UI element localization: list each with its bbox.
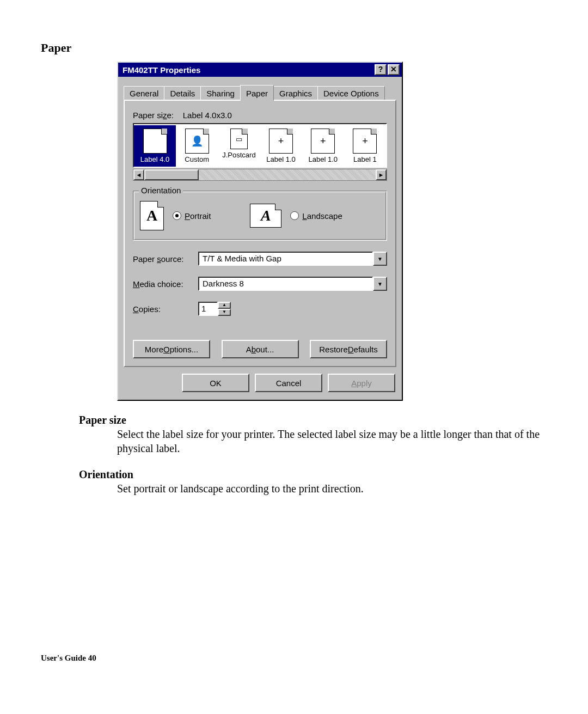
page-icon: +	[143, 129, 167, 154]
tab-graphics[interactable]: Graphics	[273, 86, 318, 100]
thumb-label-4-0[interactable]: + Label 4.0	[134, 125, 176, 167]
tab-paper[interactable]: Paper	[240, 85, 274, 101]
chevron-down-icon[interactable]: ▼	[373, 252, 387, 266]
media-choice-value: Darkness 8	[198, 277, 373, 291]
thumb-label-1-0-a[interactable]: + Label 1.0	[260, 125, 302, 167]
doc-paper-size-text: Select the label size for your printer. …	[117, 427, 547, 455]
tab-device-options[interactable]: Device Options	[317, 86, 385, 100]
picker-scrollbar[interactable]: ◄ ►	[133, 169, 387, 181]
radio-empty-icon	[290, 211, 299, 220]
cancel-button[interactable]: Cancel	[255, 374, 322, 392]
about-button[interactable]: About...	[222, 340, 299, 358]
tab-details[interactable]: Details	[164, 86, 201, 100]
copies-value[interactable]: 1	[198, 302, 218, 316]
properties-dialog: FM402TT Properties ? ✕ General Details S…	[117, 62, 403, 401]
scroll-left-icon[interactable]: ◄	[133, 169, 144, 180]
thumb-jpostcard[interactable]: ▭ J.Postcard	[218, 125, 260, 167]
paper-size-label: Paper size:	[133, 111, 174, 120]
portrait-icon: A	[140, 201, 164, 230]
landscape-icon: A	[250, 204, 281, 228]
page-heading: Paper	[41, 41, 547, 55]
thumb-custom[interactable]: 👤 Custom	[176, 125, 218, 167]
scroll-thumb[interactable]	[144, 169, 199, 180]
ok-button[interactable]: OK	[182, 374, 249, 392]
apply-button[interactable]: Apply	[328, 374, 395, 392]
page-icon: ▭	[230, 129, 248, 149]
chevron-down-icon[interactable]: ▼	[373, 277, 387, 291]
portrait-radio[interactable]: Portrait	[173, 211, 211, 221]
thumb-label: Label 4.0	[140, 155, 170, 163]
paper-size-line: Paper size: Label 4.0x3.0	[133, 111, 387, 120]
doc-orientation-text: Set portrait or landscape according to t…	[117, 481, 547, 496]
close-icon[interactable]: ✕	[388, 64, 400, 75]
radio-dot-icon	[173, 211, 181, 220]
scroll-track[interactable]	[199, 169, 376, 180]
thumb-label: Label 1.0	[309, 155, 338, 163]
thumb-label: Custom	[185, 155, 209, 163]
scroll-right-icon[interactable]: ►	[376, 169, 387, 180]
tab-sharing[interactable]: Sharing	[200, 86, 241, 100]
media-choice-label: Media choice:	[133, 279, 198, 289]
paper-size-value: Label 4.0x3.0	[183, 111, 232, 120]
thumb-label-1-0-b[interactable]: + Label 1.0	[302, 125, 344, 167]
thumb-label: Label 1.0	[266, 155, 296, 163]
page-icon: +	[353, 129, 377, 154]
page-icon: 👤	[185, 129, 209, 154]
copies-spinner[interactable]: 1 ▲ ▼	[198, 302, 231, 316]
page-footer: User's Guide 40	[41, 654, 547, 663]
thumb-label-1[interactable]: + Label 1	[344, 125, 386, 167]
tab-general[interactable]: General	[124, 86, 164, 100]
spin-up-icon[interactable]: ▲	[218, 302, 231, 309]
paper-source-label: Paper source:	[133, 254, 198, 264]
copies-label: Copies:	[133, 304, 198, 314]
paper-source-select[interactable]: T/T & Media with Gap ▼	[198, 252, 387, 266]
more-options-button[interactable]: More Options...	[133, 340, 210, 358]
help-icon[interactable]: ?	[375, 64, 387, 75]
paper-source-value: T/T & Media with Gap	[198, 252, 373, 266]
page-icon: +	[311, 129, 335, 154]
spin-down-icon[interactable]: ▼	[218, 309, 231, 316]
titlebar-title: FM402TT Properties	[122, 65, 200, 75]
page-icon: +	[269, 129, 293, 154]
thumb-label: Label 1	[353, 155, 377, 163]
orientation-group: Orientation A Portrait A Landscape	[133, 191, 387, 241]
landscape-radio[interactable]: Landscape	[290, 211, 342, 221]
titlebar: FM402TT Properties ? ✕	[118, 63, 402, 77]
media-choice-select[interactable]: Darkness 8 ▼	[198, 277, 387, 291]
restore-defaults-button[interactable]: Restore Defaults	[310, 340, 387, 358]
doc-orientation-heading: Orientation	[79, 467, 547, 481]
paper-size-picker: + Label 4.0 👤 Custom ▭ J.Postcard +	[133, 123, 387, 181]
tabstrip: General Details Sharing Paper Graphics D…	[124, 84, 396, 100]
thumb-label: J.Postcard	[222, 151, 255, 159]
doc-paper-size-heading: Paper size	[79, 413, 547, 427]
orientation-legend: Orientation	[139, 186, 183, 195]
